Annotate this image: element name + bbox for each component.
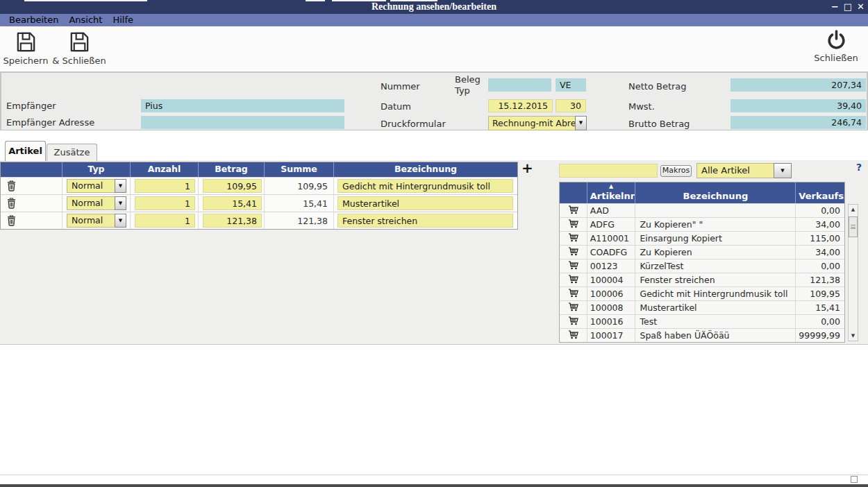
add-to-cart-icon[interactable]	[568, 205, 578, 216]
scroll-up-icon[interactable]: ▲	[849, 205, 858, 214]
catalog-row[interactable]: 100006 Gedicht mit Hintergrundmusik toll…	[560, 287, 844, 300]
preis-cell: 34,00	[796, 246, 844, 259]
catalog-row[interactable]: 100016 Test 0,00	[560, 314, 844, 328]
catalog-row[interactable]: AAD 0,00	[560, 203, 844, 217]
maximize-button[interactable]: □	[844, 1, 852, 12]
invoice-header-form: Empfänger Empfänger Adresse Nummer Beleg…	[0, 71, 868, 130]
save-button[interactable]: Speichern	[3, 31, 49, 66]
preis-cell: 0,00	[796, 204, 844, 217]
catalog-col-verkaufspreis[interactable]: Verkaufspreis	[796, 182, 844, 203]
typ-select[interactable]: Normal ▼	[67, 196, 126, 210]
catalog-col-bezeichnung[interactable]: Bezeichnung	[635, 182, 796, 203]
scrollbar-thumb[interactable]	[849, 216, 858, 237]
betrag-input[interactable]	[203, 179, 262, 193]
anzahl-input[interactable]	[135, 179, 195, 193]
scroll-down-icon[interactable]: ▼	[849, 331, 858, 341]
add-to-cart-icon[interactable]	[568, 219, 578, 230]
article-search-input[interactable]	[559, 164, 658, 178]
close-button[interactable]: Schließen	[808, 29, 864, 63]
zahlungsziel-input[interactable]	[556, 99, 586, 112]
catalog-col-bezeichnung-label: Bezeichnung	[683, 191, 749, 201]
nummer-input[interactable]	[488, 78, 551, 92]
artikelnr-cell: 00123	[587, 259, 636, 273]
artikelnr-cell: A110001	[587, 232, 636, 245]
brutto-input[interactable]	[731, 116, 866, 129]
titlebar[interactable]: Rechnung ansehen/bearbeiten − □ ✕	[0, 0, 868, 14]
menu-bearbeiten[interactable]: Bearbeiten	[9, 14, 65, 26]
delete-item-icon[interactable]	[7, 215, 16, 226]
menu-ansicht[interactable]: Ansicht	[69, 14, 108, 26]
catalog-col-cart[interactable]	[560, 182, 587, 203]
delete-item-icon[interactable]	[7, 180, 16, 191]
artikelnr-cell: COADFG	[587, 246, 636, 259]
resize-grip[interactable]	[851, 476, 858, 483]
typ-select[interactable]: Normal ▼	[67, 214, 126, 228]
add-to-cart-icon[interactable]	[568, 330, 578, 341]
empfaenger-adresse-label: Empfänger Adresse	[6, 117, 94, 128]
empfaenger-input[interactable]	[141, 99, 344, 112]
catalog-row[interactable]: 100008 Musterartikel 15,41	[560, 300, 844, 314]
power-icon	[826, 29, 847, 51]
chevron-down-icon[interactable]: ▼	[575, 116, 587, 130]
preis-cell: 115,00	[796, 232, 844, 245]
floppy-disk-icon	[68, 31, 91, 53]
bezeichnung-cell: Zu Kopieren" "	[635, 218, 796, 231]
beleg-typ-input[interactable]	[556, 78, 586, 92]
bezeichnung-cell: Test	[635, 315, 796, 328]
chevron-down-icon[interactable]: ▼	[115, 179, 126, 193]
save-button-label: Speichern	[3, 55, 49, 66]
invoice-editor-window: Rechnung ansehen/bearbeiten − □ ✕ Bearbe…	[0, 0, 868, 487]
close-window-button[interactable]: ✕	[857, 1, 865, 12]
catalog-row[interactable]: COADFG Zu Kopieren 34,00	[560, 245, 844, 259]
chevron-down-icon[interactable]: ▼	[115, 196, 126, 210]
add-to-cart-icon[interactable]	[568, 289, 578, 300]
catalog-row[interactable]: 100017 Spaß haben ÜÄÖöäü 99999,99	[560, 328, 844, 342]
catalog-row[interactable]: A110001 Einsargung Kopiert 115,00	[560, 231, 844, 245]
catalog-row[interactable]: 00123 KürzelTest 0,00	[560, 259, 844, 273]
add-to-cart-icon[interactable]	[568, 316, 578, 327]
add-to-cart-icon[interactable]	[568, 233, 578, 244]
bezeichnung-input[interactable]	[337, 196, 513, 210]
catalog-col-artikelnr[interactable]: ▲ Artikelnr	[587, 182, 636, 203]
bezeichnung-cell: Gedicht mit Hintergrundmusik toll	[635, 287, 796, 300]
empfaenger-label: Empfänger	[6, 101, 56, 111]
bezeichnung-input[interactable]	[337, 214, 513, 228]
minimize-button[interactable]: −	[831, 1, 839, 12]
delete-item-icon[interactable]	[7, 198, 16, 209]
preis-cell: 15,41	[796, 301, 844, 314]
datum-label: Datum	[381, 101, 411, 112]
mwst-label: Mwst.	[628, 101, 655, 112]
add-item-button[interactable]: +	[521, 160, 533, 176]
bezeichnung-input[interactable]	[337, 179, 513, 193]
add-to-cart-icon[interactable]	[568, 275, 578, 286]
add-to-cart-icon[interactable]	[568, 247, 578, 258]
datum-input[interactable]	[488, 99, 553, 112]
druckformular-label: Druckformular	[381, 119, 446, 129]
druckformular-select[interactable]: Rechnung-mit Abrech ▼	[488, 116, 587, 130]
menu-hilfe[interactable]: Hilfe	[112, 14, 140, 26]
save-and-close-button[interactable]: & Schließen	[50, 31, 108, 66]
betrag-input[interactable]	[203, 214, 262, 228]
typ-select[interactable]: Normal ▼	[67, 179, 126, 193]
betrag-input[interactable]	[203, 196, 262, 210]
chevron-down-icon[interactable]: ▼	[774, 163, 792, 178]
tab-zusaetze[interactable]: Zusätze	[47, 144, 97, 161]
add-to-cart-icon[interactable]	[568, 261, 578, 272]
catalog-row[interactable]: 100004 Fenster streichen 121,38	[560, 273, 844, 287]
artikelnr-cell: 100017	[587, 329, 636, 342]
anzahl-input[interactable]	[135, 214, 195, 228]
chevron-down-icon[interactable]: ▼	[115, 214, 126, 228]
beleg-typ-label: Beleg Typ	[455, 74, 488, 96]
bezeichnung-cell: KürzelTest	[635, 259, 796, 273]
empfaenger-adresse-input[interactable]	[141, 116, 344, 129]
makros-button[interactable]: Makros	[660, 165, 692, 177]
help-icon[interactable]: ?	[856, 162, 862, 173]
anzahl-input[interactable]	[135, 196, 195, 210]
catalog-row[interactable]: ADFG Zu Kopieren" " 34,00	[560, 217, 844, 231]
article-filter-select[interactable]: Alle Artikel ▼	[696, 163, 792, 178]
mwst-input[interactable]	[731, 99, 866, 112]
netto-input[interactable]	[731, 78, 866, 92]
add-to-cart-icon[interactable]	[568, 302, 578, 314]
tab-artikel[interactable]: Artikel	[5, 141, 46, 161]
catalog-scrollbar[interactable]: ▲ ▼	[848, 204, 858, 341]
